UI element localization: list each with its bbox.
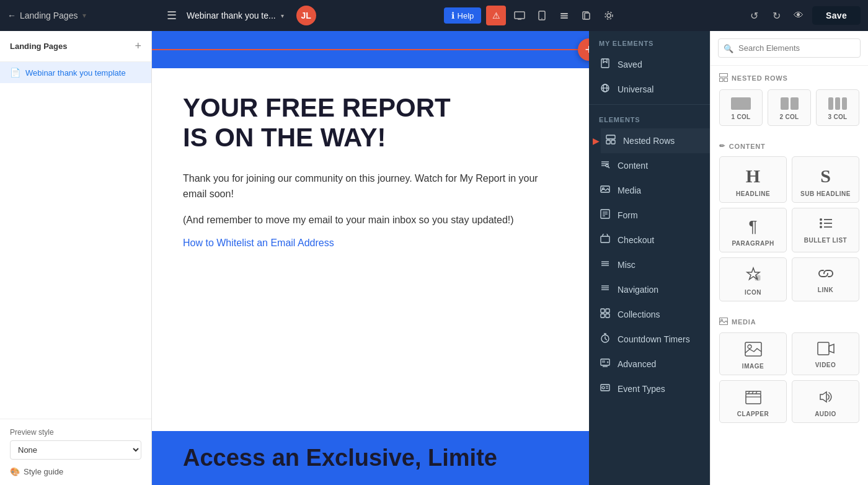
main-layout: Landing Pages + 📄 Webinar thank you temp… bbox=[0, 31, 868, 485]
svg-rect-49 bbox=[720, 74, 728, 78]
clapper-icon bbox=[745, 389, 761, 407]
panel-item-universal[interactable]: Universal bbox=[589, 77, 710, 102]
video-icon bbox=[817, 342, 835, 358]
svg-point-3 bbox=[541, 18, 542, 19]
elements-panel: MY ELEMENTS Saved Universal ELEMENTS ▶ N… bbox=[589, 31, 710, 485]
catalog-item-link[interactable]: LINK bbox=[792, 257, 859, 301]
panel-item-collections[interactable]: Collections bbox=[589, 302, 710, 327]
nested-item-2col[interactable]: 2 COL bbox=[768, 89, 811, 126]
panel-item-checkout[interactable]: Checkout bbox=[589, 228, 710, 252]
bullet-list-icon bbox=[819, 217, 833, 233]
sidebar-header: Landing Pages + bbox=[0, 31, 151, 62]
panel-item-navigation[interactable]: Navigation bbox=[589, 277, 710, 302]
canvas-content: + YOUR FREE REPORT IS ON THE WAY! Thank … bbox=[152, 31, 589, 485]
svg-rect-6 bbox=[560, 17, 568, 19]
svg-rect-11 bbox=[601, 59, 609, 68]
panel-navigation-label: Navigation bbox=[618, 285, 658, 295]
image-icon bbox=[745, 342, 762, 359]
panel-item-content[interactable]: Content bbox=[589, 153, 710, 178]
svg-rect-64 bbox=[818, 342, 829, 355]
back-label: Landing Pages bbox=[20, 11, 78, 20]
panel-item-event-types[interactable]: Event Types bbox=[589, 376, 710, 401]
content-section-title: ✏ CONTENT bbox=[719, 142, 859, 150]
svg-rect-0 bbox=[515, 12, 525, 19]
back-button[interactable]: ← Landing Pages bbox=[7, 11, 78, 20]
universal-icon bbox=[599, 83, 611, 96]
panel-item-countdown[interactable]: Countdown Timers bbox=[589, 327, 710, 352]
save-button[interactable]: Save bbox=[812, 6, 861, 25]
panel-item-nested-rows[interactable]: Nested Rows bbox=[601, 128, 710, 153]
active-arrow: ▶ bbox=[589, 136, 601, 146]
panel-item-saved[interactable]: Saved bbox=[589, 52, 710, 77]
sidebar-bottom: Preview style None 🎨 Style guide bbox=[0, 419, 151, 485]
nested-rows-section: NESTED ROWS 1 COL 2 COL bbox=[711, 66, 868, 135]
panel-item-form[interactable]: Form bbox=[589, 203, 710, 228]
whitelist-link[interactable]: How to Whitelist an Email Address bbox=[183, 238, 334, 248]
event-types-icon bbox=[599, 383, 611, 395]
svg-text:+: + bbox=[756, 276, 758, 280]
svg-rect-65 bbox=[746, 394, 761, 404]
help-button[interactable]: ℹ Help bbox=[444, 7, 482, 24]
nested-item-3col[interactable]: 3 COL bbox=[816, 89, 859, 126]
alert-button[interactable]: ⚠ bbox=[486, 6, 506, 25]
redo-button[interactable]: ↻ bbox=[768, 7, 785, 24]
redo-icon: ↻ bbox=[773, 10, 781, 22]
icon-catalog-icon: + bbox=[745, 267, 761, 285]
pages-button[interactable] bbox=[578, 7, 595, 24]
catalog-item-subheadline[interactable]: S SUB HEADLINE bbox=[792, 156, 859, 203]
preview-style-label: Preview style bbox=[10, 428, 141, 437]
panel-item-advanced[interactable]: Advanced bbox=[589, 352, 710, 376]
media-grid: IMAGE VIDEO CLAPPER bbox=[719, 332, 859, 423]
panel-item-misc[interactable]: Misc bbox=[589, 252, 710, 277]
catalog-item-paragraph[interactable]: ¶ PARAGRAPH bbox=[719, 208, 787, 252]
svg-point-57 bbox=[820, 226, 822, 228]
layers-button[interactable] bbox=[556, 7, 573, 24]
catalog-item-headline[interactable]: H HEADLINE bbox=[719, 156, 787, 203]
nested-rows-section-icon bbox=[719, 73, 728, 83]
mobile-view-button[interactable] bbox=[533, 7, 551, 24]
preview-button[interactable]: 👁 bbox=[790, 7, 807, 24]
catalog-item-audio[interactable]: AUDIO bbox=[792, 380, 859, 423]
catalog-item-image[interactable]: IMAGE bbox=[719, 332, 787, 375]
desktop-view-button[interactable] bbox=[511, 7, 528, 24]
settings-button[interactable] bbox=[600, 7, 618, 24]
content-grid: H HEADLINE S SUB HEADLINE ¶ PARAGRAPH BU… bbox=[719, 156, 859, 301]
svg-rect-51 bbox=[724, 78, 728, 82]
subheadline-icon: S bbox=[820, 166, 831, 187]
sidebar-add-button[interactable]: + bbox=[135, 40, 141, 53]
style-guide-link[interactable]: 🎨 Style guide bbox=[10, 460, 141, 476]
2col-icon bbox=[781, 96, 799, 110]
alert-icon: ⚠ bbox=[492, 11, 500, 20]
image-label: IMAGE bbox=[742, 363, 764, 370]
add-element-button[interactable]: + bbox=[578, 38, 589, 61]
top-banner: + bbox=[152, 31, 589, 68]
catalog-item-video[interactable]: VIDEO bbox=[792, 332, 859, 375]
catalog-item-icon[interactable]: + ICON bbox=[719, 257, 787, 301]
sidebar: Landing Pages + 📄 Webinar thank you temp… bbox=[0, 31, 152, 485]
help-icon: ℹ bbox=[451, 11, 454, 20]
panel-countdown-label: Countdown Timers bbox=[618, 334, 690, 344]
svg-rect-62 bbox=[745, 342, 761, 356]
panel-saved-label: Saved bbox=[618, 60, 642, 69]
page-title-dropdown: ▾ bbox=[281, 12, 284, 19]
nested-item-1col[interactable]: 1 COL bbox=[719, 89, 763, 126]
undo-button[interactable]: ↺ bbox=[745, 7, 763, 24]
page-icon: 📄 bbox=[10, 68, 20, 78]
catalog-item-clapper[interactable]: CLAPPER bbox=[719, 380, 787, 423]
catalog-item-bullet-list[interactable]: BULLET LIST bbox=[792, 208, 859, 252]
svg-point-55 bbox=[820, 218, 822, 221]
svg-point-21 bbox=[606, 164, 608, 167]
subheadline-label: SUB HEADLINE bbox=[800, 190, 851, 197]
headline-label: HEADLINE bbox=[736, 190, 770, 197]
headline-icon: H bbox=[746, 166, 760, 187]
preview-style-select[interactable]: None bbox=[10, 440, 141, 460]
preview-icon: 👁 bbox=[794, 10, 804, 21]
3col-label: 3 COL bbox=[828, 113, 848, 120]
svg-rect-5 bbox=[560, 16, 568, 17]
audio-label: AUDIO bbox=[815, 411, 836, 417]
search-input[interactable] bbox=[718, 38, 861, 58]
svg-point-63 bbox=[748, 345, 751, 349]
hamburger-button[interactable]: ☰ bbox=[167, 9, 177, 22]
sidebar-item-template[interactable]: 📄 Webinar thank you template bbox=[0, 62, 151, 83]
panel-item-media[interactable]: Media bbox=[589, 178, 710, 203]
